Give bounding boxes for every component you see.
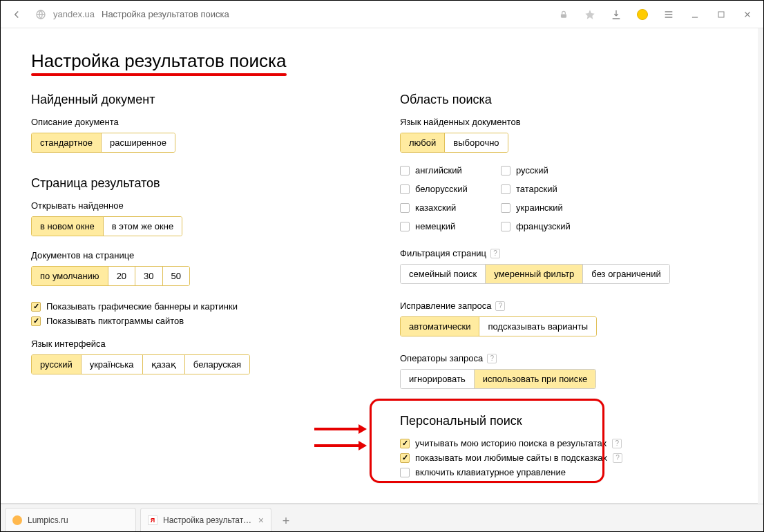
ui-lang-label: Язык интерфейса bbox=[31, 339, 359, 349]
address-bar[interactable]: yandex.ua Настройка результатов поиска bbox=[35, 9, 545, 20]
lang-en[interactable]: английский bbox=[400, 165, 490, 175]
operators-ignore[interactable]: игнорировать bbox=[401, 370, 475, 388]
lang-kk-checkbox[interactable] bbox=[400, 203, 410, 213]
ui-lang-segment: русский українська қазақ беларуская bbox=[31, 354, 250, 374]
correction-suggest[interactable]: подсказывать варианты bbox=[479, 317, 596, 336]
show-banners-label: Показывать графические баннеры и картинк… bbox=[46, 301, 238, 312]
lang-kk[interactable]: казахский bbox=[400, 202, 490, 213]
new-tab-button[interactable]: + bbox=[276, 511, 296, 531]
found-doc-heading: Найденный документ bbox=[31, 93, 359, 107]
open-same-window[interactable]: в этом же окне bbox=[104, 217, 182, 236]
filter-label: Фильтрация страниц ? bbox=[400, 248, 727, 258]
doc-desc-extended[interactable]: расширенное bbox=[102, 133, 175, 152]
filter-family[interactable]: семейный поиск bbox=[401, 265, 486, 283]
lang-fr-checkbox[interactable] bbox=[501, 222, 510, 231]
maximize-button[interactable] bbox=[714, 7, 729, 22]
perpage-30[interactable]: 30 bbox=[135, 267, 162, 285]
open-mode-segment: в новом окне в этом же окне bbox=[31, 216, 182, 236]
personal-heading: Персональный поиск bbox=[400, 414, 727, 428]
help-icon[interactable]: ? bbox=[490, 249, 500, 258]
ui-lang-kz[interactable]: қазақ bbox=[143, 355, 185, 374]
close-button[interactable] bbox=[740, 7, 755, 22]
lang-checkbox-grid: английский русский белорусский татарский… bbox=[400, 165, 727, 236]
perpage-50[interactable]: 50 bbox=[163, 267, 189, 285]
globe-icon bbox=[35, 9, 46, 20]
left-column: Найденный документ Описание документа ст… bbox=[31, 93, 359, 490]
filter-none[interactable]: без ограничений bbox=[583, 265, 669, 283]
star-icon[interactable] bbox=[582, 7, 598, 22]
svg-rect-1 bbox=[561, 14, 566, 17]
help-icon[interactable]: ? bbox=[613, 453, 622, 463]
minimize-button[interactable] bbox=[687, 7, 703, 22]
show-favicons-label: Показывать пиктограммы сайтов bbox=[46, 316, 184, 326]
tab-close-icon[interactable]: × bbox=[258, 515, 264, 526]
personal-history-row[interactable]: учитывать мою историю поиска в результат… bbox=[400, 438, 727, 448]
menu-icon[interactable] bbox=[661, 7, 676, 22]
filter-segment: семейный поиск умеренный фильтр без огра… bbox=[400, 264, 670, 284]
perpage-default[interactable]: по умолчанию bbox=[32, 267, 108, 285]
lang-de-checkbox[interactable] bbox=[400, 222, 410, 231]
show-banners-row[interactable]: Показывать графические баннеры и картинк… bbox=[31, 301, 359, 312]
filter-moderate[interactable]: умеренный фильтр bbox=[486, 265, 583, 283]
operators-segment: игнорировать использовать при поиске bbox=[400, 369, 596, 389]
ui-lang-ru[interactable]: русский bbox=[32, 355, 82, 374]
correction-segment: автоматически подсказывать варианты bbox=[400, 316, 597, 336]
lock-icon[interactable] bbox=[556, 7, 571, 22]
docs-lang-segment: любой выборочно bbox=[400, 133, 508, 153]
lang-tt-checkbox[interactable] bbox=[501, 184, 510, 194]
personal-favsites-row[interactable]: показывать мои любимые сайты в подсказка… bbox=[400, 453, 727, 463]
tab-bar: Lumpics.ru Я Настройка результатов п × + bbox=[1, 504, 763, 531]
address-domain: yandex.ua bbox=[53, 9, 95, 19]
docs-lang-any[interactable]: любой bbox=[401, 133, 445, 152]
lang-be-checkbox[interactable] bbox=[400, 184, 410, 194]
show-favicons-checkbox[interactable] bbox=[31, 316, 41, 326]
browser-toolbar: yandex.ua Настройка результатов поиска bbox=[1, 1, 763, 28]
personal-history-label: учитывать мою историю поиска в результат… bbox=[415, 438, 607, 448]
back-button[interactable] bbox=[9, 7, 24, 22]
perpage-label: Документов на странице bbox=[31, 250, 359, 260]
operators-use[interactable]: использовать при поиске bbox=[475, 370, 595, 388]
lang-en-checkbox[interactable] bbox=[400, 166, 410, 175]
lang-ru[interactable]: русский bbox=[501, 165, 591, 175]
doc-desc-standard[interactable]: стандартное bbox=[32, 133, 102, 152]
browser-window: yandex.ua Настройка результатов поиска Н… bbox=[0, 0, 764, 532]
personal-keyboard-checkbox[interactable] bbox=[400, 468, 410, 477]
perpage-20[interactable]: 20 bbox=[108, 267, 135, 285]
operators-label: Операторы запроса ? bbox=[400, 353, 727, 363]
help-icon[interactable]: ? bbox=[495, 301, 505, 311]
lang-uk-checkbox[interactable] bbox=[501, 203, 510, 213]
show-banners-checkbox[interactable] bbox=[31, 302, 41, 312]
personal-keyboard-label: включить клавиатурное управление bbox=[415, 467, 566, 477]
lang-uk[interactable]: украинский bbox=[501, 202, 591, 213]
scrollbar[interactable] bbox=[758, 28, 763, 504]
show-favicons-row[interactable]: Показывать пиктограммы сайтов bbox=[31, 316, 359, 326]
personal-favsites-label: показывать мои любимые сайты в подсказка… bbox=[415, 453, 607, 463]
correction-label: Исправление запроса ? bbox=[400, 301, 727, 311]
help-icon[interactable]: ? bbox=[612, 439, 622, 448]
lang-tt[interactable]: татарский bbox=[501, 184, 591, 194]
lang-de[interactable]: немецкий bbox=[400, 221, 490, 231]
tab-label: Настройка результатов п bbox=[163, 515, 253, 525]
personal-keyboard-row[interactable]: включить клавиатурное управление bbox=[400, 467, 727, 477]
help-icon[interactable]: ? bbox=[487, 354, 497, 363]
lang-be[interactable]: белорусский bbox=[400, 184, 490, 194]
ui-lang-ua[interactable]: українська bbox=[82, 355, 143, 374]
title-underline-annotation bbox=[31, 73, 287, 76]
lang-ru-checkbox[interactable] bbox=[501, 166, 510, 175]
personal-favsites-checkbox[interactable] bbox=[400, 453, 410, 463]
perpage-segment: по умолчанию 20 30 50 bbox=[31, 266, 190, 286]
download-icon[interactable] bbox=[609, 7, 624, 22]
correction-auto[interactable]: автоматически bbox=[401, 317, 479, 336]
personal-history-checkbox[interactable] bbox=[400, 439, 410, 448]
open-new-window[interactable]: в новом окне bbox=[32, 217, 104, 236]
address-title: Настройка результатов поиска bbox=[102, 9, 229, 19]
right-column: Область поиска Язык найденных документов… bbox=[400, 93, 727, 490]
page-title: Настройка результатов поиска bbox=[31, 50, 286, 72]
lang-fr[interactable]: французский bbox=[501, 221, 591, 231]
docs-lang-select[interactable]: выборочно bbox=[445, 133, 507, 152]
open-mode-label: Открывать найденное bbox=[31, 200, 359, 211]
ui-lang-by[interactable]: беларуская bbox=[185, 355, 249, 374]
tab-yandex-settings[interactable]: Я Настройка результатов п × bbox=[140, 508, 271, 531]
extension-icon[interactable] bbox=[635, 7, 650, 22]
tab-lumpics[interactable]: Lumpics.ru bbox=[5, 508, 136, 531]
